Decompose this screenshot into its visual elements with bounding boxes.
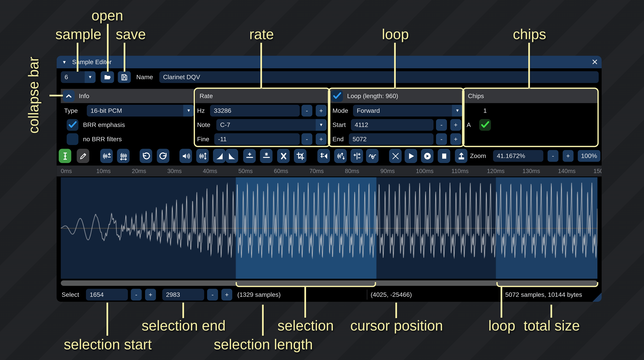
- timeline-tick-label: 0ms: [61, 166, 72, 176]
- type-label: Type: [64, 105, 78, 116]
- sample-selector-value: 6: [64, 71, 68, 83]
- chevron-up-icon: [64, 92, 73, 100]
- zoom-reset-button[interactable]: 100%: [578, 150, 600, 162]
- annotation-loop-top: loop: [382, 26, 409, 42]
- name-label: Name: [136, 71, 153, 83]
- annotation-sample: sample: [56, 26, 101, 42]
- type-combo[interactable]: 16-bit PCM ▼: [87, 105, 194, 116]
- preview-sample-button[interactable]: [404, 149, 417, 163]
- edit-mode-draw-button[interactable]: [77, 149, 90, 163]
- resample-button[interactable]: [117, 149, 130, 163]
- annotation-selection-end: selection end: [142, 318, 226, 334]
- upload-icon: [457, 152, 466, 160]
- resize-button[interactable]: [100, 149, 113, 163]
- timeline-tick-label: 70ms: [310, 166, 324, 176]
- collapse-bar-annotation-line: [50, 95, 63, 96]
- no-brr-filters-label: no BRR filters: [83, 133, 122, 145]
- pencil-icon: [78, 152, 87, 160]
- play-circle-icon: [423, 152, 432, 160]
- timeline-ruler[interactable]: 0ms10ms20ms30ms40ms50ms60ms70ms80ms90ms1…: [56, 166, 602, 176]
- timeline-tick-label: 30ms: [167, 166, 182, 176]
- desktop-background: ▼ Sample Editor × 6 ▼ Name Clarinet DQV: [0, 0, 644, 360]
- annotation-open: open: [92, 7, 123, 24]
- normalize-button[interactable]: [196, 149, 209, 163]
- loop-annotation-outline: [328, 88, 464, 147]
- window-collapse-triangle-icon[interactable]: ▼: [62, 56, 66, 68]
- stop-preview-button[interactable]: [438, 149, 450, 163]
- delete-button[interactable]: [277, 149, 290, 163]
- zoom-field[interactable]: 41.1672%: [493, 150, 544, 162]
- annotation-selection-start: selection start: [64, 336, 152, 353]
- signed-unsigned-button[interactable]: [350, 149, 363, 163]
- timeline-tick-label: 20ms: [132, 166, 146, 176]
- undo-button[interactable]: [140, 149, 152, 163]
- open-button[interactable]: [100, 71, 114, 83]
- selection-length-text: (1329 samples): [237, 289, 281, 300]
- amplify-button[interactable]: [180, 149, 192, 163]
- brr-emphasis-checkbox[interactable]: [67, 119, 78, 131]
- selection-start-annotation-line: [106, 302, 108, 336]
- name-field[interactable]: Clarinet DQV: [159, 71, 599, 83]
- timeline-tick-label: 10ms: [96, 166, 111, 176]
- crossfade-icon: [391, 152, 400, 160]
- chevron-down-icon[interactable]: ▼: [85, 71, 96, 83]
- fade-out-button[interactable]: [226, 149, 238, 163]
- save-button[interactable]: [118, 71, 131, 83]
- selection-start-minus-button[interactable]: -: [131, 289, 142, 300]
- fade-in-icon: [215, 152, 224, 160]
- window-resize-grip[interactable]: [592, 292, 602, 302]
- sample-annotation-line: [77, 43, 78, 72]
- selection-annotation-connector: [304, 286, 306, 318]
- open-annotation-line: [107, 24, 108, 72]
- preview-portion-button[interactable]: [421, 149, 434, 163]
- loop-annotation-connector: [501, 286, 502, 318]
- chevron-down-icon[interactable]: ▼: [183, 105, 194, 116]
- reverse-button[interactable]: [317, 149, 330, 163]
- timeline-tick-label: 120ms: [487, 166, 504, 176]
- redo-button[interactable]: [157, 149, 169, 163]
- make-wavetable-button[interactable]: [455, 149, 468, 163]
- wave-stretch-icon: [119, 152, 128, 160]
- timeline-tick-label: 90ms: [380, 166, 395, 176]
- annotation-selection-length: selection length: [214, 336, 313, 353]
- loop-annotation-bracket: [496, 282, 598, 287]
- zoom-label: Zoom: [470, 150, 486, 162]
- collapse-bar-button[interactable]: [63, 90, 74, 102]
- timeline-tick-label: 100ms: [416, 166, 434, 176]
- zoom-out-button[interactable]: -: [548, 150, 558, 162]
- stop-icon: [440, 152, 448, 160]
- wave-normalize-icon: [198, 152, 207, 160]
- speaker-icon: [181, 152, 190, 160]
- edit-mode-select-button[interactable]: [59, 149, 71, 163]
- annotation-rate: rate: [249, 26, 274, 42]
- apply-silence-button[interactable]: [260, 149, 272, 163]
- silence-apply-icon: [262, 152, 270, 160]
- insert-silence-button[interactable]: [243, 149, 256, 163]
- waveform-canvas[interactable]: [61, 177, 598, 279]
- titlebar[interactable]: ▼ Sample Editor ×: [56, 56, 602, 68]
- no-brr-filters-checkbox[interactable]: [67, 133, 78, 145]
- rate-annotation-outline: [194, 88, 330, 147]
- trim-icon: [296, 152, 304, 160]
- trim-button[interactable]: [294, 149, 306, 163]
- selection-end-minus-button[interactable]: -: [207, 289, 218, 300]
- annotation-collapse-bar: collapse bar: [25, 57, 42, 134]
- apply-filter-button[interactable]: [366, 149, 379, 163]
- crossfade-loop-points-button[interactable]: [389, 149, 402, 163]
- selection-end-field[interactable]: 2983: [162, 289, 204, 300]
- fade-in-button[interactable]: [213, 149, 226, 163]
- fade-out-icon: [228, 152, 236, 160]
- selection-start-field[interactable]: 1654: [86, 289, 128, 300]
- selection-start-plus-button[interactable]: +: [145, 289, 156, 300]
- statusbar-divider: [367, 290, 367, 300]
- sample-selector[interactable]: 6 ▼: [61, 71, 96, 83]
- undo-icon: [142, 152, 150, 160]
- zoom-in-button[interactable]: +: [562, 150, 574, 162]
- invert-button[interactable]: [334, 149, 347, 163]
- selection-length-annotation-line: [262, 305, 264, 336]
- close-button[interactable]: ×: [592, 56, 598, 68]
- annotation-chips: chips: [513, 26, 546, 42]
- type-combo-value: 16-bit PCM: [90, 105, 122, 116]
- selection-end-plus-button[interactable]: +: [222, 289, 232, 300]
- annotation-selection: selection: [278, 318, 334, 334]
